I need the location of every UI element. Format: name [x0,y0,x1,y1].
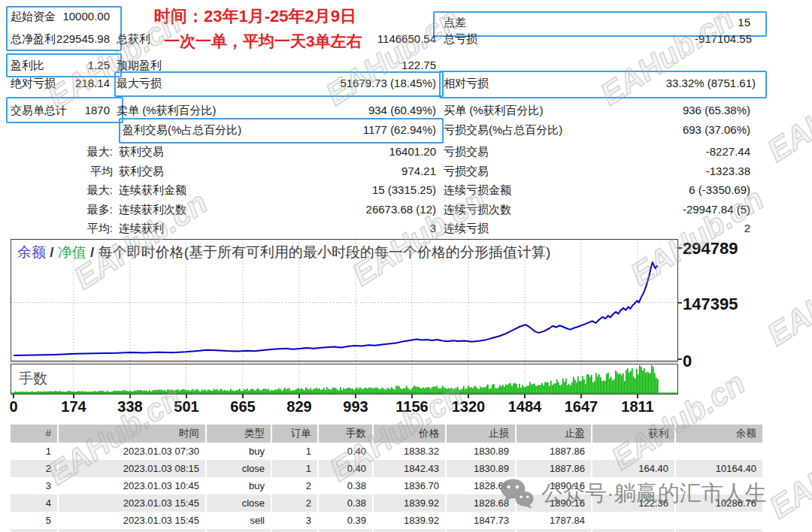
table-cell: 1847.73 [447,512,515,529]
x-axis-label: 1647 [555,398,607,416]
pair-prefix: 最多: [75,202,113,217]
pair-left-value: 15 (3315.25) [286,183,436,198]
watermark-text: EAHub.cn [761,57,812,170]
table-cell: 3 [272,512,317,529]
pair-left-label: 连续获利金额 [119,183,186,198]
stat-value-loss-trades: 693 (37.06%) [601,122,750,138]
stat-value-total-net-profit: 229545.98 [44,32,110,47]
col-takeprofit: 止盈 [517,425,591,443]
table-cell: 1830.89 [447,460,515,477]
stat-value-expected-payoff: 122.75 [286,58,436,73]
table-cell: 0.40 [319,460,372,477]
stat-value-long-positions: 936 (65.38%) [601,103,750,118]
pair-right-value: 6 (-3350.69) [601,183,750,198]
table-cell: 1 [272,460,317,477]
table-cell: 1836.70 [374,477,445,494]
x-tick [13,394,14,398]
stat-value-gross-profit: 1146650.54 [286,32,436,47]
table-cell: 2 [272,494,317,512]
table-cell: 2023.01.03 08:15 [59,460,205,477]
pair-left-value: 26673.68 (12) [286,202,436,217]
x-axis-label: 0 [0,398,40,416]
pair-right-label: 亏损交易 [444,144,489,159]
y-tick [677,247,682,249]
stat-label-relative-drawdown: 相对亏损 [444,76,489,91]
table-cell: 2023.01.03 15:45 [59,512,205,529]
chart-legend-balance: 余额 [17,244,46,260]
stat-value-profit-factor: 1.25 [44,58,110,73]
table-row[interactable]: 32023.01.03 10:45buy20.381836.701828.681… [11,477,762,494]
table-cell: 1839.92 [374,494,445,512]
table-cell [592,512,674,529]
stat-label-gross-loss: 总亏损 [444,32,477,47]
table-cell: 1830.89 [447,443,515,460]
pair-prefix: 平均: [75,221,113,236]
stat-label-profit-trades: 盈利交易(%占总百分比) [123,122,241,138]
x-axis-label: 174 [47,398,100,416]
y-axis-label-max: 294789 [683,239,738,258]
pair-prefix: 平均 [75,164,113,179]
chart-legend-equity: 净值 [58,244,86,260]
x-axis-label: 665 [217,398,269,416]
table-cell: 10164.40 [676,460,762,477]
pair-left-value: 16401.20 [286,144,436,159]
pair-right-value: -1323.38 [601,164,750,179]
pair-left-value: 974.21 [286,164,436,179]
equity-chart-panel: 余额 / 净值 / 每个即时价格(基于所有可利用的最小时段的每一个价格的分形插值… [11,239,678,361]
x-tick [524,394,526,398]
stat-label-max-drawdown: 最大亏损 [117,76,162,91]
stat-label-short-positions: 卖单 (%获利百分比) [117,103,217,118]
table-cell: 1890.16 [517,494,591,512]
stat-value-profit-trades: 1177 (62.94%) [286,122,436,138]
stat-label-loss-trades: 亏损交易(%占总百分比) [444,122,562,138]
table-cell [676,477,762,494]
pair-left-label: 获利交易 [119,144,164,159]
y-axis-label-zero: 0 [683,352,692,371]
table-cell: 1787.84 [517,512,591,529]
x-tick [468,394,469,398]
y-tick [677,358,682,360]
stat-value-spread: 15 [601,15,750,30]
annotation-time-range: 时间：23年1月-25年2月9日 [154,5,356,28]
pair-right-label: 连续亏损次数 [444,202,511,217]
pair-left-label: 获利交易 [119,164,164,179]
col-type: 类型 [207,425,271,443]
x-axis-label: 338 [104,398,156,416]
table-cell: buy [207,477,271,494]
table-cell [676,512,762,529]
table-cell [592,477,674,494]
x-axis-label: 1156 [386,398,438,416]
table-cell: 164.40 [592,460,674,477]
table-cell: close [207,494,271,512]
col-lots: 手数 [319,425,372,443]
x-axis-label: 1484 [498,398,551,416]
table-cell: 1 [272,443,317,460]
table-cell [676,443,762,460]
table-row[interactable]: 42023.01.03 15:45close20.381839.921828.6… [11,494,762,512]
table-row[interactable]: 12023.01.03 07:30buy10.401838.321830.891… [11,443,762,460]
table-cell: 2023.01.03 10:45 [59,477,205,494]
table-cell: 2 [272,477,317,494]
stat-label-gross-profit: 总获利 [117,32,150,47]
trade-table-body: 12023.01.03 07:30buy10.401838.321830.891… [11,443,762,532]
stat-value-max-drawdown: 51679.73 (18.45%) [286,76,436,91]
table-cell: 1842.43 [374,460,445,477]
stat-value-short-positions: 934 (60.49%) [286,103,436,118]
table-cell: 2023.01.03 07:30 [59,443,205,460]
col-time: 时间 [59,425,205,443]
pair-left-label: 连续获利次数 [119,202,186,217]
x-tick [242,394,244,398]
table-cell: 0.40 [319,443,372,460]
pair-right-label: 亏损交易 [444,164,489,179]
x-tick [186,394,187,398]
table-row[interactable]: 22023.01.03 08:15close10.401842.431830.8… [11,460,762,477]
pair-left-value: 3 [286,221,436,236]
col-profit: 获利 [592,425,674,443]
x-axis-label: 1811 [611,398,664,416]
x-tick [73,394,74,398]
table-row[interactable]: 52023.01.03 15:45sell30.391839.921847.73… [11,512,762,529]
y-axis-label-mid: 147395 [683,295,738,314]
x-tick [355,394,356,398]
table-cell: buy [207,443,271,460]
pair-left-label: 连续获利 [119,221,164,236]
